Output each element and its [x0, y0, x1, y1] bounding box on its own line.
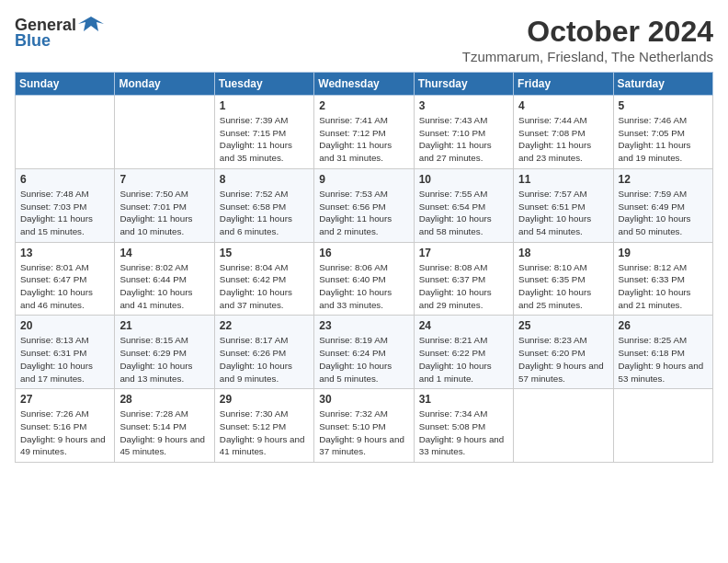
day-number: 8 — [220, 173, 309, 186]
day-number: 2 — [319, 99, 408, 112]
day-number: 14 — [119, 247, 209, 259]
weekday-header-friday: Friday — [514, 73, 613, 96]
day-info: Sunrise: 8:12 AM Sunset: 6:33 PM Dayligh… — [619, 261, 708, 312]
day-info: Sunrise: 7:59 AM Sunset: 6:49 PM Dayligh… — [619, 188, 708, 238]
calendar-day-cell: 30Sunrise: 7:32 AM Sunset: 5:10 PM Dayli… — [314, 389, 414, 463]
calendar-day-cell: 24Sunrise: 8:21 AM Sunset: 6:22 PM Dayli… — [414, 316, 513, 389]
calendar-day-cell: 5Sunrise: 7:46 AM Sunset: 7:05 PM Daylig… — [613, 96, 712, 169]
day-info: Sunrise: 7:43 AM Sunset: 7:10 PM Dayligh… — [419, 114, 508, 165]
day-info: Sunrise: 7:32 AM Sunset: 5:10 PM Dayligh… — [319, 408, 408, 458]
calendar-day-cell: 14Sunrise: 8:02 AM Sunset: 6:44 PM Dayli… — [115, 242, 214, 316]
calendar-empty-cell — [514, 389, 613, 463]
day-number: 10 — [419, 173, 508, 186]
calendar-week-row: 13Sunrise: 8:01 AM Sunset: 6:47 PM Dayli… — [16, 242, 713, 316]
day-info: Sunrise: 8:01 AM Sunset: 6:47 PM Dayligh… — [20, 261, 109, 312]
calendar-day-cell: 9Sunrise: 7:53 AM Sunset: 6:56 PM Daylig… — [314, 168, 414, 242]
day-number: 12 — [619, 173, 708, 186]
day-info: Sunrise: 8:21 AM Sunset: 6:22 PM Dayligh… — [419, 334, 508, 385]
calendar-week-row: 6Sunrise: 7:48 AM Sunset: 7:03 PM Daylig… — [16, 168, 713, 242]
weekday-header-saturday: Saturday — [613, 73, 712, 96]
calendar-day-cell: 22Sunrise: 8:17 AM Sunset: 6:26 PM Dayli… — [214, 316, 313, 389]
calendar-day-cell: 11Sunrise: 7:57 AM Sunset: 6:51 PM Dayli… — [514, 168, 613, 242]
day-info: Sunrise: 8:13 AM Sunset: 6:31 PM Dayligh… — [20, 334, 109, 385]
day-info: Sunrise: 7:50 AM Sunset: 7:01 PM Dayligh… — [119, 188, 209, 238]
day-number: 27 — [20, 393, 109, 406]
calendar-empty-cell — [16, 96, 115, 169]
day-number: 9 — [319, 173, 408, 186]
calendar-day-cell: 25Sunrise: 8:23 AM Sunset: 6:20 PM Dayli… — [514, 316, 613, 389]
day-number: 31 — [419, 393, 508, 406]
logo-bird-icon — [78, 15, 104, 35]
day-info: Sunrise: 7:30 AM Sunset: 5:12 PM Dayligh… — [220, 408, 309, 458]
weekday-header-row: SundayMondayTuesdayWednesdayThursdayFrid… — [16, 73, 713, 96]
day-info: Sunrise: 8:06 AM Sunset: 6:40 PM Dayligh… — [319, 261, 408, 312]
day-number: 16 — [319, 247, 408, 259]
svg-marker-0 — [78, 17, 104, 31]
weekday-header-tuesday: Tuesday — [214, 73, 313, 96]
day-info: Sunrise: 8:04 AM Sunset: 6:42 PM Dayligh… — [220, 261, 309, 312]
calendar-day-cell: 19Sunrise: 8:12 AM Sunset: 6:33 PM Dayli… — [613, 242, 712, 316]
calendar-day-cell: 17Sunrise: 8:08 AM Sunset: 6:37 PM Dayli… — [414, 242, 513, 316]
calendar-day-cell: 23Sunrise: 8:19 AM Sunset: 6:24 PM Dayli… — [314, 316, 414, 389]
calendar-day-cell: 3Sunrise: 7:43 AM Sunset: 7:10 PM Daylig… — [414, 96, 513, 169]
day-number: 29 — [220, 393, 309, 406]
calendar-week-row: 27Sunrise: 7:26 AM Sunset: 5:16 PM Dayli… — [16, 389, 713, 463]
calendar-day-cell: 21Sunrise: 8:15 AM Sunset: 6:29 PM Dayli… — [115, 316, 214, 389]
calendar-day-cell: 20Sunrise: 8:13 AM Sunset: 6:31 PM Dayli… — [16, 316, 115, 389]
day-info: Sunrise: 8:23 AM Sunset: 6:20 PM Dayligh… — [518, 334, 608, 385]
day-number: 22 — [220, 319, 309, 332]
calendar-day-cell: 29Sunrise: 7:30 AM Sunset: 5:12 PM Dayli… — [214, 389, 313, 463]
day-number: 6 — [20, 173, 109, 186]
day-info: Sunrise: 8:08 AM Sunset: 6:37 PM Dayligh… — [419, 261, 508, 312]
calendar-week-row: 20Sunrise: 8:13 AM Sunset: 6:31 PM Dayli… — [16, 316, 713, 389]
calendar-day-cell: 4Sunrise: 7:44 AM Sunset: 7:08 PM Daylig… — [514, 96, 613, 169]
weekday-header-sunday: Sunday — [16, 73, 115, 96]
day-number: 30 — [319, 393, 408, 406]
day-info: Sunrise: 7:28 AM Sunset: 5:14 PM Dayligh… — [119, 408, 209, 458]
day-number: 24 — [419, 319, 508, 332]
logo: General Blue — [15, 15, 104, 51]
calendar-day-cell: 16Sunrise: 8:06 AM Sunset: 6:40 PM Dayli… — [314, 242, 414, 316]
day-number: 25 — [518, 319, 608, 332]
day-info: Sunrise: 7:57 AM Sunset: 6:51 PM Dayligh… — [518, 188, 608, 238]
weekday-header-wednesday: Wednesday — [314, 73, 414, 96]
day-info: Sunrise: 7:46 AM Sunset: 7:05 PM Dayligh… — [619, 114, 708, 165]
day-number: 20 — [20, 319, 109, 332]
day-info: Sunrise: 8:19 AM Sunset: 6:24 PM Dayligh… — [319, 334, 408, 385]
day-info: Sunrise: 8:02 AM Sunset: 6:44 PM Dayligh… — [119, 261, 209, 312]
day-info: Sunrise: 8:17 AM Sunset: 6:26 PM Dayligh… — [220, 334, 309, 385]
logo-blue-text: Blue — [15, 31, 51, 51]
calendar-day-cell: 6Sunrise: 7:48 AM Sunset: 7:03 PM Daylig… — [16, 168, 115, 242]
day-number: 19 — [619, 247, 708, 259]
page-header: General Blue October 2024 Tzummarum, Fri… — [15, 15, 713, 64]
title-section: October 2024 Tzummarum, Friesland, The N… — [462, 15, 713, 64]
calendar-empty-cell — [613, 389, 712, 463]
day-info: Sunrise: 7:39 AM Sunset: 7:15 PM Dayligh… — [220, 114, 309, 165]
day-number: 26 — [619, 319, 708, 332]
day-info: Sunrise: 7:53 AM Sunset: 6:56 PM Dayligh… — [319, 188, 408, 238]
day-number: 28 — [119, 393, 209, 406]
calendar-day-cell: 28Sunrise: 7:28 AM Sunset: 5:14 PM Dayli… — [115, 389, 214, 463]
day-info: Sunrise: 8:10 AM Sunset: 6:35 PM Dayligh… — [518, 261, 608, 312]
day-number: 1 — [220, 99, 309, 112]
day-number: 23 — [319, 319, 408, 332]
day-info: Sunrise: 7:52 AM Sunset: 6:58 PM Dayligh… — [220, 188, 309, 238]
day-number: 4 — [518, 99, 608, 112]
day-number: 15 — [220, 247, 309, 259]
day-info: Sunrise: 8:15 AM Sunset: 6:29 PM Dayligh… — [119, 334, 209, 385]
calendar-empty-cell — [115, 96, 214, 169]
day-number: 5 — [619, 99, 708, 112]
calendar-day-cell: 27Sunrise: 7:26 AM Sunset: 5:16 PM Dayli… — [16, 389, 115, 463]
day-number: 3 — [419, 99, 508, 112]
calendar-table: SundayMondayTuesdayWednesdayThursdayFrid… — [15, 72, 713, 463]
calendar-day-cell: 13Sunrise: 8:01 AM Sunset: 6:47 PM Dayli… — [16, 242, 115, 316]
day-info: Sunrise: 7:48 AM Sunset: 7:03 PM Dayligh… — [20, 188, 109, 238]
calendar-day-cell: 31Sunrise: 7:34 AM Sunset: 5:08 PM Dayli… — [414, 389, 513, 463]
day-number: 18 — [518, 247, 608, 259]
day-info: Sunrise: 7:41 AM Sunset: 7:12 PM Dayligh… — [319, 114, 408, 165]
day-info: Sunrise: 7:34 AM Sunset: 5:08 PM Dayligh… — [419, 408, 508, 458]
weekday-header-thursday: Thursday — [414, 73, 513, 96]
calendar-day-cell: 15Sunrise: 8:04 AM Sunset: 6:42 PM Dayli… — [214, 242, 313, 316]
weekday-header-monday: Monday — [115, 73, 214, 96]
calendar-day-cell: 1Sunrise: 7:39 AM Sunset: 7:15 PM Daylig… — [214, 96, 313, 169]
